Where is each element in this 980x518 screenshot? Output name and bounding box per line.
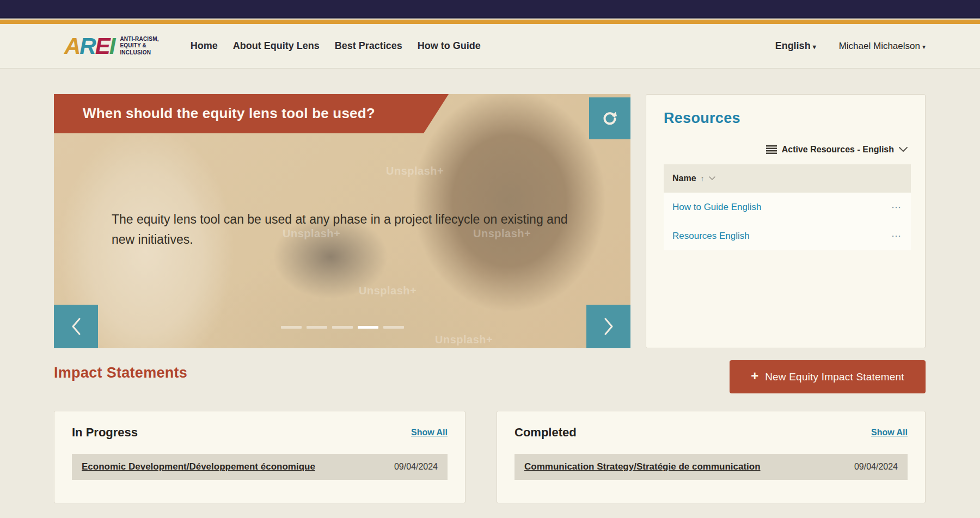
hero-carousel: Unsplash+ Unsplash+ Unsplash+ Unsplash+ …	[54, 94, 630, 348]
top-navy-bar	[0, 0, 980, 18]
in-progress-card-header: In Progress Show All	[72, 425, 448, 440]
chevron-down-icon: ▾	[813, 43, 816, 51]
carousel-prev-button[interactable]	[54, 305, 98, 348]
column-header-label: Name	[672, 174, 696, 183]
unsplash-watermark: Unsplash+	[435, 334, 493, 346]
completed-title: Completed	[514, 425, 577, 440]
unsplash-watermark: Unsplash+	[386, 165, 444, 177]
app-root: AREI ANTI-RACISM, EQUITY & INCLUSION Hom…	[0, 0, 980, 518]
user-menu-dropdown[interactable]: Michael Michaelson▾	[839, 41, 926, 52]
unsplash-watermark: Unsplash+	[359, 285, 416, 297]
in-progress-title: In Progress	[72, 425, 138, 440]
carousel-body-text: The equity lens tool can be used at any …	[112, 209, 580, 250]
nav-item-home[interactable]: Home	[191, 40, 218, 52]
chevron-down-icon: ▾	[922, 43, 926, 51]
resources-table: Name ↑ How to Guide English ⋯ Resources …	[664, 164, 911, 250]
impact-statement-link[interactable]: Communication Strategy/Stratégie de comm…	[524, 461, 761, 472]
completed-show-all-link[interactable]: Show All	[871, 428, 908, 437]
resources-panel: Resources Active Resources - English Nam…	[646, 94, 926, 348]
impact-statements-title: Impact Statements	[54, 365, 187, 381]
impact-statement-row: Economic Development/Développement écono…	[72, 454, 448, 480]
arei-logo[interactable]: AREI ANTI-RACISM, EQUITY & INCLUSION	[64, 35, 159, 58]
site-header: AREI ANTI-RACISM, EQUITY & INCLUSION Hom…	[0, 24, 980, 69]
impact-statement-row: Communication Strategy/Stratégie de comm…	[514, 454, 908, 480]
nav-item-best-practices[interactable]: Best Practices	[335, 40, 402, 52]
sort-ascending-icon: ↑	[701, 174, 705, 183]
nav-item-about-equity-lens[interactable]: About Equity Lens	[233, 40, 320, 52]
resources-view-label: Active Resources - English	[782, 145, 894, 155]
carousel-title-band: When should the equity lens tool be used…	[54, 94, 449, 133]
chevron-down-icon	[899, 147, 908, 152]
impact-statement-link[interactable]: Economic Development/Développement écono…	[82, 461, 315, 472]
arei-logo-letters: AREI	[64, 35, 114, 58]
chevron-down-icon	[709, 176, 715, 181]
nav-item-how-to-guide[interactable]: How to Guide	[418, 40, 481, 52]
main-nav: Home About Equity Lens Best Practices Ho…	[191, 40, 481, 52]
resources-title: Resources	[664, 110, 740, 127]
resources-view-selector[interactable]: Active Resources - English	[766, 145, 908, 155]
resource-row: How to Guide English ⋯	[664, 193, 911, 221]
carousel-dot-5[interactable]	[383, 326, 404, 329]
chevron-right-icon	[601, 316, 617, 337]
in-progress-show-all-link[interactable]: Show All	[411, 428, 448, 437]
resource-row: Resources English ⋯	[664, 221, 911, 250]
impact-statement-date: 09/04/2024	[854, 462, 898, 472]
carousel-refresh-button[interactable]	[589, 97, 630, 139]
resource-link-resources-english[interactable]: Resources English	[672, 231, 750, 242]
completed-card-header: Completed Show All	[514, 425, 908, 440]
completed-card: Completed Show All Communication Strateg…	[497, 411, 926, 503]
in-progress-card: In Progress Show All Economic Developmen…	[54, 411, 465, 503]
menu-lines-icon	[766, 145, 777, 154]
arei-logo-tagline: ANTI-RACISM, EQUITY & INCLUSION	[120, 36, 158, 57]
impact-statement-date: 09/04/2024	[394, 462, 438, 472]
gold-accent-bar	[0, 20, 980, 24]
carousel-dot-1[interactable]	[281, 326, 302, 329]
carousel-dot-4[interactable]	[358, 326, 378, 329]
header-right-group: English▾ Michael Michaelson▾	[775, 40, 926, 52]
carousel-next-button[interactable]	[586, 305, 630, 348]
plus-icon: +	[751, 369, 758, 384]
carousel-dot-indicators	[281, 326, 404, 329]
carousel-title: When should the equity lens tool be used…	[83, 105, 375, 123]
resources-name-column-header[interactable]: Name ↑	[664, 164, 911, 193]
refresh-icon	[601, 109, 619, 128]
carousel-dot-2[interactable]	[307, 326, 327, 329]
ellipsis-menu-icon[interactable]: ⋯	[891, 231, 902, 241]
language-dropdown[interactable]: English▾	[775, 40, 816, 52]
chevron-left-icon	[68, 316, 84, 337]
carousel-dot-3[interactable]	[332, 326, 353, 329]
resource-link-how-to-guide[interactable]: How to Guide English	[672, 202, 761, 213]
ellipsis-menu-icon[interactable]: ⋯	[891, 202, 902, 212]
resources-table-body: How to Guide English ⋯ Resources English…	[664, 193, 911, 250]
new-equity-impact-statement-button[interactable]: + New Equity Impact Statement	[730, 360, 926, 393]
